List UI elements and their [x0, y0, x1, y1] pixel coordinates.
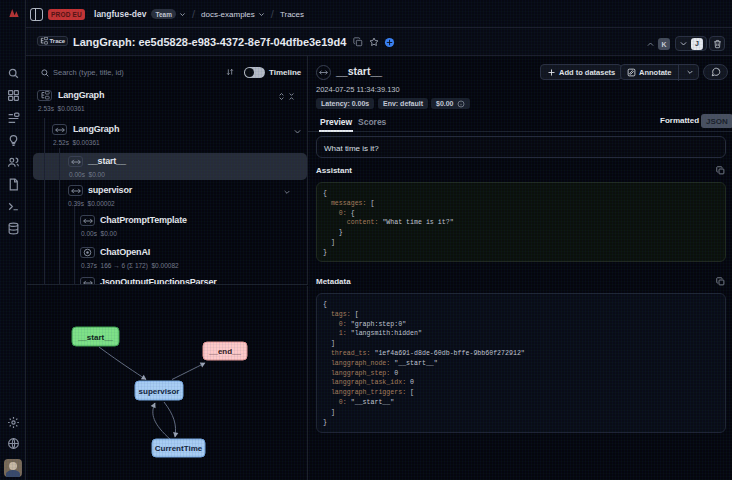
svg-text:supervisor: supervisor [139, 387, 180, 396]
svg-text:__end__: __end__ [208, 347, 242, 356]
svg-text:CurrentTime: CurrentTime [155, 444, 203, 453]
svg-text:__start__: __start__ [77, 333, 114, 342]
